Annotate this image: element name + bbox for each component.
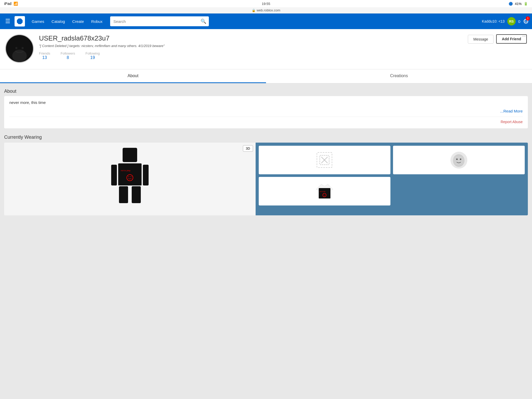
settings-icon[interactable]: ⚙ 1 (523, 17, 529, 25)
tab-creations[interactable]: Creations (266, 69, 532, 83)
about-section: About never more, this time ...Read More… (0, 85, 532, 131)
robux-icon[interactable]: RS (507, 17, 516, 25)
followers-count[interactable]: 8 (61, 55, 75, 60)
profile-actions: Message Add Friend (468, 34, 527, 45)
svg-rect-6 (143, 165, 149, 185)
profile-username: USER_radsla678x23u7 (39, 34, 463, 42)
profile-section: USER_radsla678x23u7 "[ Content Deleted ]… (0, 29, 532, 69)
navbar-username: Kaddu10: <13 (482, 19, 505, 23)
report-abuse-link[interactable]: Report Abuse (501, 120, 523, 124)
nav-robux[interactable]: Robux (88, 17, 106, 26)
menu-button[interactable]: ☰ (3, 16, 12, 27)
character-model: not to play (104, 145, 156, 213)
nav-catalog[interactable]: Catalog (48, 17, 69, 26)
read-more-link[interactable]: ...Read More (500, 109, 523, 113)
tabs-section: About Creations (0, 69, 532, 83)
navbar: ☰ Games Catalog Create Robux 🔍 Kaddu10: … (0, 14, 532, 29)
nav-links: Games Catalog Create Robux (28, 17, 106, 26)
message-button[interactable]: Message (468, 35, 494, 44)
search-input[interactable] (110, 17, 198, 26)
svg-point-25 (323, 194, 324, 195)
3d-button[interactable]: 3D (243, 145, 253, 152)
svg-text:not to play: not to play (320, 191, 326, 192)
profile-tabs: About Creations (0, 69, 532, 83)
svg-rect-4 (123, 148, 137, 162)
svg-point-2 (15, 47, 17, 49)
friends-count[interactable]: 13 (39, 55, 50, 60)
wearing-title: Currently Wearing (4, 135, 528, 140)
about-bio-text: never more, this time (9, 100, 523, 105)
ipad-label: iPad (4, 2, 11, 6)
settings-badge: 1 (526, 16, 530, 21)
more-options-button[interactable]: ··· (522, 33, 528, 39)
svg-point-19 (456, 158, 458, 160)
svg-text:not to play: not to play (121, 169, 130, 172)
svg-point-26 (325, 194, 325, 195)
wearing-model: not to play 3D (4, 143, 256, 215)
avatar-image (6, 35, 33, 62)
item-head-display (450, 152, 467, 169)
wearing-item-2[interactable] (393, 146, 525, 174)
report-abuse-row: Report Abuse (9, 119, 523, 124)
navbar-right: Kaddu10: <13 RS 0 ⚙ 1 (482, 17, 529, 25)
about-title: About (4, 89, 528, 94)
item-shirt-display: not to play (315, 182, 334, 200)
roblox-logo[interactable] (15, 16, 25, 26)
lock-icon: 🔒 (252, 9, 256, 12)
profile-bio: "[ Content Deleted ] targets: nicsterv, … (39, 44, 463, 48)
svg-point-10 (128, 176, 129, 177)
svg-rect-12 (119, 186, 128, 203)
no-image-icon (319, 155, 330, 165)
following-count[interactable]: 19 (85, 55, 100, 60)
svg-rect-5 (111, 165, 117, 185)
stat-following: Following 19 (85, 51, 100, 60)
roblox-logo-icon (17, 18, 23, 24)
nav-games[interactable]: Games (28, 17, 48, 26)
wifi-icon: 📶 (14, 2, 18, 6)
url-text: web.roblox.com (257, 8, 280, 12)
url-bar[interactable]: 🔒 web.roblox.com (0, 7, 532, 14)
svg-rect-13 (132, 186, 141, 203)
profile-avatar (5, 34, 34, 63)
about-card: never more, this time ...Read More Repor… (4, 96, 528, 128)
status-bar: iPad 📶 19:55 🔵 41% 🔋 (0, 0, 532, 7)
profile-stats: Friends 13 Followers 8 Following 19 (39, 51, 463, 60)
battery-icon: 🔋 (524, 2, 528, 6)
main-content: About Creations About never more, this t… (0, 69, 532, 215)
wearing-item-3[interactable]: not to play (259, 177, 390, 205)
robux-count: 0 (518, 19, 520, 24)
stat-followers: Followers 8 (61, 51, 75, 60)
svg-point-11 (130, 176, 131, 177)
shirt-item-icon: not to play (316, 183, 333, 200)
nav-create[interactable]: Create (69, 17, 88, 26)
item-placeholder-icon (317, 152, 332, 168)
wearing-card: not to play 3D (4, 143, 528, 215)
wearing-items-grid: not to play (256, 143, 528, 215)
profile-info: USER_radsla678x23u7 "[ Content Deleted ]… (39, 34, 463, 60)
stat-friends: Friends 13 (39, 51, 50, 60)
tab-about[interactable]: About (0, 69, 266, 83)
svg-point-20 (460, 158, 461, 160)
followers-label: Followers (61, 51, 75, 55)
time-display: 19:55 (262, 2, 270, 6)
wearing-section: Currently Wearing not to play (0, 131, 532, 215)
status-bar-left: iPad 📶 (4, 2, 18, 6)
svg-point-18 (454, 155, 464, 166)
svg-point-3 (22, 47, 24, 49)
wearing-item-1[interactable] (259, 146, 390, 174)
status-bar-right: 🔵 41% 🔋 (509, 2, 528, 6)
svg-point-1 (12, 50, 27, 62)
friends-label: Friends (39, 51, 50, 55)
bluetooth-icon: 🔵 (509, 2, 513, 6)
read-more-row: ...Read More (9, 109, 523, 117)
head-item-icon (451, 152, 467, 168)
search-bar[interactable]: 🔍 (110, 16, 209, 26)
battery-percent: 41% (515, 2, 522, 6)
search-button[interactable]: 🔍 (198, 16, 209, 26)
status-bar-center: 19:55 (262, 2, 270, 6)
following-label: Following (85, 51, 100, 55)
